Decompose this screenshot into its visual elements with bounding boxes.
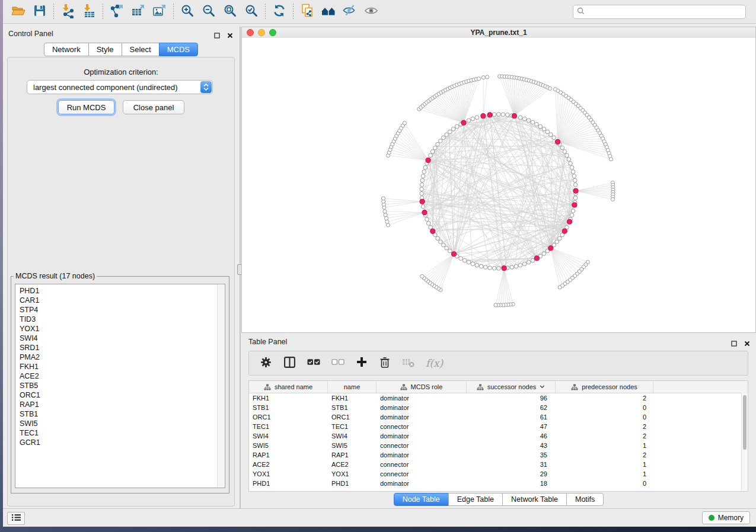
tab-select[interactable]: Select	[122, 43, 160, 56]
first-neighbors-button[interactable]	[318, 2, 339, 21]
add-column-icon[interactable]	[356, 356, 368, 370]
tab-network[interactable]: Network	[44, 43, 89, 56]
deselect-checkboxes-icon[interactable]	[331, 357, 344, 369]
function-builder-icon[interactable]: f(x)	[426, 357, 443, 369]
clone-network-button[interactable]	[296, 2, 318, 21]
list-item[interactable]: PMA2	[20, 352, 225, 362]
table-panel: Table Panel f(x) shared namenameMCDS rol…	[241, 334, 756, 507]
refresh-icon	[272, 3, 287, 21]
close-icon[interactable]	[744, 338, 750, 349]
memory-button[interactable]: Memory	[702, 511, 750, 524]
dropdown-stepper-icon	[200, 81, 212, 93]
column-header-shared-name[interactable]: shared name	[249, 381, 328, 393]
table-toolbar: f(x)	[248, 351, 748, 376]
export-table-button[interactable]	[127, 2, 149, 21]
run-mcds-button[interactable]: Run MCDS	[58, 100, 114, 114]
zoom-out-button[interactable]	[198, 2, 219, 21]
criterion-dropdown[interactable]: largest connected component (undirected)	[27, 80, 213, 94]
cell-name: ORC1	[328, 412, 377, 422]
zoom-in-button[interactable]	[177, 2, 198, 21]
close-panel-button[interactable]: Close panel	[123, 100, 184, 114]
list-item[interactable]: TEC1	[20, 428, 225, 438]
table-row[interactable]: PHD1PHD1dominator180	[249, 479, 748, 488]
cell-shared-name: RAP1	[249, 450, 328, 460]
tab-style[interactable]: Style	[88, 43, 122, 56]
list-item[interactable]: YOX1	[20, 324, 225, 334]
network-graph[interactable]	[242, 38, 755, 332]
float-icon[interactable]	[731, 338, 737, 349]
import-network-button[interactable]	[57, 2, 78, 21]
list-item[interactable]: TID3	[20, 315, 225, 324]
scrollbar-thumb[interactable]	[743, 395, 747, 450]
zoom-selected-button[interactable]	[241, 2, 262, 21]
zoom-fit-button[interactable]	[219, 2, 241, 21]
list-item[interactable]: CAR1	[20, 296, 225, 305]
table-row[interactable]: SWI4SWI4dominator462	[249, 431, 748, 441]
list-item[interactable]: PHD1	[20, 286, 225, 296]
tab-edge-table[interactable]: Edge Table	[448, 493, 503, 506]
export-table-icon	[130, 3, 146, 21]
list-item[interactable]: FKH1	[20, 362, 225, 371]
split-view-icon[interactable]	[283, 356, 296, 371]
select-all-checkboxes-icon[interactable]	[307, 357, 320, 369]
cell-mcds-role: dominator	[377, 431, 467, 441]
table-scrollbar[interactable]	[741, 393, 748, 491]
settings-gear-icon[interactable]	[260, 356, 272, 371]
table-row[interactable]: FKH1FKH1dominator962	[249, 393, 748, 403]
list-scrollbar[interactable]	[217, 285, 224, 487]
cell-name: FKH1	[328, 393, 377, 403]
network-canvas[interactable]	[242, 38, 755, 332]
main-toolbar	[3, 0, 756, 24]
table-tabs: Node TableEdge TableNetwork TableMotifs	[241, 493, 756, 506]
list-item[interactable]: STP4	[20, 305, 225, 315]
table-row[interactable]: YOX1YOX1connector291	[249, 469, 748, 479]
list-item[interactable]: ORC1	[20, 390, 225, 400]
list-item[interactable]: STB1	[20, 409, 225, 419]
open-button[interactable]	[8, 2, 29, 21]
list-item[interactable]: STB5	[20, 381, 225, 390]
delete-column-trash-icon[interactable]	[379, 356, 391, 371]
table-row[interactable]: TEC1TEC1connector472	[249, 422, 748, 431]
export-network-button[interactable]	[106, 2, 127, 21]
list-item[interactable]: GCR1	[20, 438, 225, 447]
list-item[interactable]: SRD1	[20, 343, 225, 352]
hide-selected-button[interactable]	[339, 2, 361, 21]
export-image-button[interactable]	[149, 2, 170, 21]
task-history-button[interactable]	[7, 512, 25, 525]
import-table-button[interactable]	[78, 2, 100, 21]
column-header-name[interactable]: name	[328, 381, 377, 393]
list-item[interactable]: SWI5	[20, 419, 225, 428]
list-item[interactable]: RAP1	[20, 400, 225, 409]
table-row[interactable]: RAP1RAP1dominator352	[249, 450, 748, 460]
tab-motifs[interactable]: Motifs	[566, 493, 604, 506]
float-icon[interactable]	[214, 30, 220, 41]
cell-successor-nodes: 46	[467, 431, 556, 441]
criterion-value: largest connected component (undirected)	[33, 83, 200, 92]
network-window-titlebar[interactable]: YPA_prune.txt_1	[242, 27, 755, 39]
network-view-window: YPA_prune.txt_1	[241, 27, 756, 333]
column-header-mcds-role[interactable]: MCDS role	[377, 381, 467, 393]
table-row[interactable]: ACE2ACE2connector311	[249, 460, 748, 469]
tab-network-table[interactable]: Network Table	[502, 493, 567, 506]
delete-table-icon[interactable]	[402, 357, 414, 370]
list-item[interactable]: SWI4	[20, 334, 225, 343]
cell-mcds-role: connector	[377, 469, 467, 479]
column-header-predecessor-nodes[interactable]: predecessor nodes	[556, 381, 653, 393]
mcds-result-list[interactable]: PHD1CAR1STP4TID3YOX1SWI4SRD1PMA2FKH1ACE2…	[15, 284, 225, 488]
table-row[interactable]: STB1STB1dominator620	[249, 403, 748, 412]
table-header-row: shared namenameMCDS rolesuccessor nodesp…	[249, 381, 748, 393]
cell-predecessor-nodes: 2	[556, 431, 653, 441]
cell-shared-name: ORC1	[249, 412, 328, 422]
table-row[interactable]: ORC1ORC1dominator610	[249, 412, 748, 422]
tab-node-table[interactable]: Node Table	[394, 493, 449, 506]
show-all-button[interactable]	[361, 2, 382, 21]
table-row[interactable]: SWI5SWI5connector431	[249, 441, 748, 450]
save-button[interactable]	[29, 2, 50, 21]
close-icon[interactable]	[227, 30, 233, 41]
list-item[interactable]: ACE2	[20, 371, 225, 381]
tab-mcds[interactable]: MCDS	[159, 43, 198, 56]
search-input[interactable]	[588, 7, 742, 17]
column-header-successor-nodes[interactable]: successor nodes	[467, 381, 556, 393]
column-namespace-icon	[264, 384, 271, 390]
refresh-button[interactable]	[269, 2, 290, 21]
